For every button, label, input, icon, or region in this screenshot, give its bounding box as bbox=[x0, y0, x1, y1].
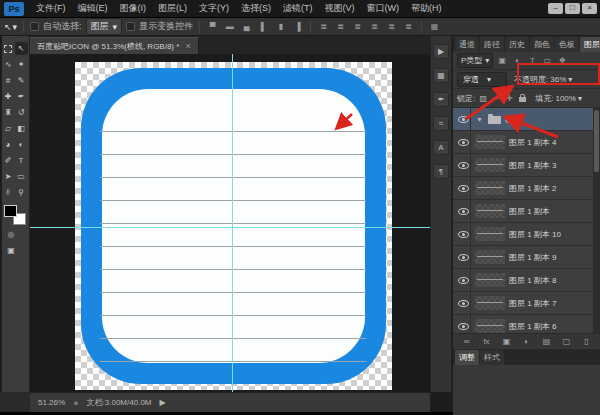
magic-wand-tool[interactable]: ✶ bbox=[15, 58, 28, 71]
layer-row[interactable]: 图层 1 副本 7 bbox=[453, 292, 600, 315]
visibility-toggle[interactable] bbox=[456, 108, 471, 130]
crop-tool[interactable]: # bbox=[2, 74, 15, 87]
menu-file[interactable]: 文件(F) bbox=[30, 2, 72, 15]
tab-color[interactable]: 颜色 bbox=[530, 37, 554, 52]
filter-shape-layers-icon[interactable]: ▭ bbox=[541, 56, 553, 65]
align-vcenter-icon[interactable]: ▬ bbox=[223, 22, 236, 31]
auto-select-checkbox[interactable] bbox=[30, 22, 39, 31]
delete-layer-icon[interactable]: ▯ bbox=[581, 337, 593, 346]
distribute-left-icon[interactable]: ≣ bbox=[368, 22, 381, 31]
align-left-icon[interactable]: ▌ bbox=[257, 22, 270, 31]
new-adjustment-layer-icon[interactable]: ◐ bbox=[521, 337, 533, 346]
layer-row[interactable]: 图层 1 副本 bbox=[453, 200, 600, 223]
menu-image[interactable]: 图像(I) bbox=[114, 2, 153, 15]
distribute-bottom-icon[interactable]: ≣ bbox=[351, 22, 364, 31]
distribute-right-icon[interactable]: ≣ bbox=[402, 22, 415, 31]
visibility-toggle[interactable] bbox=[456, 177, 471, 199]
menu-help[interactable]: 帮助(H) bbox=[405, 2, 448, 15]
scrollbar[interactable] bbox=[593, 108, 600, 333]
lock-image-pixels-icon[interactable]: ✒ bbox=[491, 94, 501, 103]
layer-row[interactable]: 图层 1 副本 10 bbox=[453, 223, 600, 246]
minimize-button[interactable]: – bbox=[548, 3, 563, 14]
dodge-tool[interactable]: ◐ bbox=[15, 138, 28, 151]
pen-tool[interactable]: ✐ bbox=[2, 154, 15, 167]
lock-position-icon[interactable]: ✛ bbox=[504, 94, 514, 103]
menu-select[interactable]: 选择(S) bbox=[235, 2, 277, 15]
menu-filter[interactable]: 滤镜(T) bbox=[277, 2, 319, 15]
lock-transparent-pixels-icon[interactable]: ▨ bbox=[478, 94, 488, 103]
add-layer-mask-icon[interactable]: ▣ bbox=[501, 337, 513, 346]
layer-effects-icon[interactable]: fx bbox=[481, 337, 493, 346]
visibility-toggle[interactable] bbox=[456, 292, 471, 314]
brush-panel-icon[interactable]: ✒ bbox=[433, 92, 449, 107]
visibility-toggle[interactable] bbox=[456, 223, 471, 245]
visibility-toggle[interactable] bbox=[456, 315, 471, 333]
history-panel-icon[interactable]: ▦ bbox=[433, 68, 449, 83]
close-button[interactable]: × bbox=[582, 3, 597, 14]
healing-brush-tool[interactable]: ✚ bbox=[2, 90, 15, 103]
vertical-guide[interactable] bbox=[232, 54, 233, 392]
move-tool[interactable]: ↖ bbox=[15, 42, 28, 55]
lock-all-icon[interactable] bbox=[519, 97, 526, 102]
document-canvas[interactable] bbox=[75, 62, 392, 390]
eraser-tool[interactable]: ▱ bbox=[2, 122, 15, 135]
layer-row[interactable]: 图层 1 副本 2 bbox=[453, 177, 600, 200]
filter-smart-objects-icon[interactable]: ❖ bbox=[556, 56, 568, 65]
actions-panel-icon[interactable]: ▶ bbox=[433, 44, 449, 59]
tab-adjustments[interactable]: 调整 bbox=[455, 350, 479, 365]
new-layer-icon[interactable]: ▢ bbox=[561, 337, 573, 346]
layer-row[interactable]: 图层 1 副本 6 bbox=[453, 315, 600, 333]
gradient-tool[interactable]: ◧ bbox=[15, 122, 28, 135]
zoom-level-field[interactable]: 51.26% bbox=[38, 398, 65, 407]
brush-tool[interactable]: ✒ bbox=[15, 90, 28, 103]
layer-group-row[interactable]: ▼ 横线 bbox=[453, 108, 600, 131]
visibility-toggle[interactable] bbox=[456, 131, 471, 153]
foreground-color-swatch[interactable] bbox=[4, 205, 17, 217]
link-layers-icon[interactable]: ∞ bbox=[461, 337, 473, 346]
scrollbar-thumb[interactable] bbox=[594, 110, 599, 172]
align-bottom-icon[interactable]: ▄ bbox=[240, 22, 253, 31]
layer-row[interactable]: 图层 1 副本 3 bbox=[453, 154, 600, 177]
eyedropper-tool[interactable]: ✎ bbox=[15, 74, 28, 87]
filter-type-layers-icon[interactable]: T bbox=[526, 56, 538, 65]
zoom-tool[interactable]: ⚲ bbox=[15, 186, 28, 199]
hand-tool[interactable]: ✌ bbox=[2, 186, 15, 199]
tab-swatches[interactable]: 色板 bbox=[555, 37, 579, 52]
tab-paths[interactable]: 路径 bbox=[480, 37, 504, 52]
visibility-toggle[interactable] bbox=[456, 154, 471, 176]
layer-row[interactable]: 图层 1 副本 8 bbox=[453, 269, 600, 292]
screen-mode-button[interactable]: ▣ bbox=[4, 244, 18, 256]
canvas-viewport[interactable] bbox=[30, 54, 430, 392]
quick-mask-button[interactable]: ◎ bbox=[4, 228, 18, 240]
filter-adjustment-layers-icon[interactable]: ◐ bbox=[511, 56, 523, 65]
rectangular-marquee-tool[interactable] bbox=[2, 42, 15, 55]
horizontal-guide[interactable] bbox=[30, 227, 430, 228]
filter-kind-dropdown[interactable]: P类型 ▾ bbox=[457, 53, 493, 68]
align-top-icon[interactable]: ▀ bbox=[206, 22, 219, 31]
align-hcenter-icon[interactable]: ▮ bbox=[274, 22, 287, 31]
menu-layer[interactable]: 图层(L) bbox=[152, 2, 193, 15]
fill-control[interactable]: 填充: 100% ▾ bbox=[535, 93, 582, 104]
menu-type[interactable]: 文字(Y) bbox=[193, 2, 235, 15]
lasso-tool[interactable]: ∿ bbox=[2, 58, 15, 71]
new-group-icon[interactable]: ▤ bbox=[541, 337, 553, 346]
visibility-toggle[interactable] bbox=[456, 246, 471, 268]
distribute-vcenter-icon[interactable]: ≣ bbox=[334, 22, 347, 31]
paragraph-panel-icon[interactable]: ¶ bbox=[433, 164, 449, 179]
menu-edit[interactable]: 编辑(E) bbox=[72, 2, 114, 15]
align-right-icon[interactable]: ▐ bbox=[291, 22, 304, 31]
menu-view[interactable]: 视图(V) bbox=[319, 2, 361, 15]
visibility-toggle[interactable] bbox=[456, 269, 471, 291]
path-selection-tool[interactable]: ➤ bbox=[2, 170, 15, 183]
clone-stamp-tool[interactable]: ♜ bbox=[2, 106, 15, 119]
history-brush-tool[interactable]: ↺ bbox=[15, 106, 28, 119]
opacity-control[interactable]: 不透明度: 36% ▾ bbox=[514, 74, 572, 85]
tab-channels[interactable]: 通道 bbox=[455, 37, 479, 52]
auto-align-icon[interactable]: ▦ bbox=[428, 22, 441, 31]
tab-layers[interactable]: 图层 bbox=[580, 37, 600, 52]
character-panel-icon[interactable]: A bbox=[433, 140, 449, 155]
tab-history[interactable]: 历史 bbox=[505, 37, 529, 52]
tab-styles[interactable]: 样式 bbox=[480, 350, 504, 365]
tool-preset-picker[interactable]: ↖ ▾ bbox=[4, 22, 17, 32]
maximize-button[interactable]: □ bbox=[565, 3, 580, 14]
